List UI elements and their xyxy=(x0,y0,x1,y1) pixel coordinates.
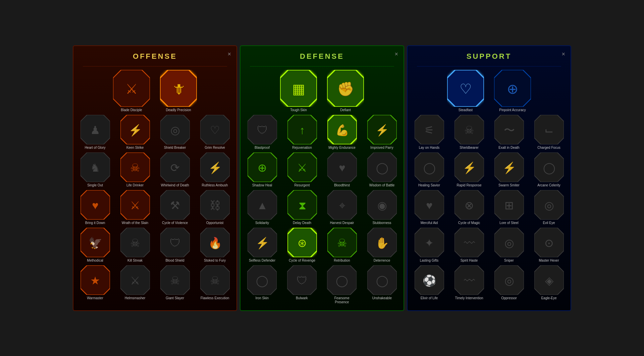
skill-icon[interactable]: ☠ xyxy=(120,152,150,182)
close-button[interactable]: × xyxy=(561,51,565,58)
skill-icon[interactable]: ☠ xyxy=(120,228,150,257)
skill-item[interactable]: 💪 Mighty Endurance xyxy=(327,115,357,150)
skill-item[interactable]: ⚡ Rapid Response xyxy=(454,152,484,187)
skill-icon[interactable]: ♟ xyxy=(80,115,110,144)
skill-icon[interactable]: ⚒ xyxy=(160,190,190,220)
skill-item[interactable]: ⚒ Cycle of Violence xyxy=(160,190,190,225)
close-button[interactable]: × xyxy=(227,51,231,58)
skill-icon[interactable]: ⚡ xyxy=(454,152,484,182)
skill-icon[interactable]: ⚡ xyxy=(120,115,150,144)
skill-icon[interactable]: ◯ xyxy=(534,152,564,182)
skill-icon[interactable]: 〰 xyxy=(454,228,484,257)
skill-icon[interactable]: ⚡ xyxy=(200,152,230,182)
skill-icon[interactable]: ◈ xyxy=(534,265,564,295)
skill-icon[interactable]: ◯ xyxy=(415,152,444,182)
skill-icon[interactable]: ⌖ xyxy=(327,190,357,220)
skill-icon[interactable]: ◯ xyxy=(327,265,357,295)
skill-icon[interactable]: 🔥 xyxy=(200,228,230,257)
skill-icon[interactable]: ✋ xyxy=(367,228,397,257)
skill-icon[interactable]: ⟳ xyxy=(160,152,190,182)
skill-icon[interactable]: ◯ xyxy=(247,265,277,295)
skill-icon[interactable]: ⚟ xyxy=(415,115,444,144)
skill-icon[interactable]: ☠ xyxy=(327,228,357,257)
skill-item[interactable]: ◎ Oppressor xyxy=(494,265,524,300)
skill-icon[interactable]: ⚡ xyxy=(494,152,524,182)
skill-item[interactable]: ⌖ Harvest Despair xyxy=(327,190,357,225)
skill-icon[interactable]: ⊗ xyxy=(454,190,484,220)
skill-icon[interactable]: ⚔ xyxy=(120,190,150,220)
skill-item[interactable]: ◯ Unshakeable xyxy=(367,265,397,304)
skill-item[interactable]: ☠ Life Drinker xyxy=(120,152,150,187)
skill-item[interactable]: 〜 Exalt in Death xyxy=(494,115,524,150)
skill-item[interactable]: ♡ Steadfast xyxy=(447,70,484,112)
skill-item[interactable]: ⚔ Wrath of the Slain xyxy=(120,190,150,225)
skill-item[interactable]: ◯ Fearsome Presence xyxy=(327,265,357,304)
skill-icon[interactable]: ⚔ xyxy=(113,70,150,107)
skill-item[interactable]: ▲ Solidarity xyxy=(248,190,277,225)
skill-icon[interactable]: ◎ xyxy=(494,265,524,295)
skill-item[interactable]: ☠ Giant Slayer xyxy=(160,265,190,300)
skill-item[interactable]: ⚔ Resurgent xyxy=(287,152,317,187)
skill-icon[interactable]: ⚡ xyxy=(367,115,397,144)
skill-item[interactable]: ⌙ Charged Focus xyxy=(534,115,564,150)
skill-icon[interactable]: ✊ xyxy=(327,70,364,107)
skill-item[interactable]: ✦ Lasting Gifts xyxy=(415,228,444,263)
skill-icon[interactable]: ☠ xyxy=(200,265,230,295)
skill-item[interactable]: ⚡ Keen Strike xyxy=(120,115,150,150)
skill-item[interactable]: 🔥 Stoked to Fury xyxy=(200,228,230,263)
skill-item[interactable]: ⚡ Selfless Defender xyxy=(248,228,277,263)
skill-icon[interactable]: ♡ xyxy=(447,70,484,107)
skill-item[interactable]: 🗡 Deadly Precision xyxy=(160,70,197,112)
skill-item[interactable]: 🦅 Methodical xyxy=(80,228,110,263)
skill-item[interactable]: ◯ Healing Savior xyxy=(415,152,444,187)
skill-item[interactable]: ♡ Grim Resolve xyxy=(200,115,230,150)
skill-item[interactable]: ⊕ Shadow Heal xyxy=(248,152,277,187)
skill-item[interactable]: ⛓ Opportunist xyxy=(200,190,230,225)
skill-icon[interactable]: 🦅 xyxy=(80,228,110,257)
skill-item[interactable]: ⊞ Lore of Steel xyxy=(494,190,524,225)
skill-icon[interactable]: 💪 xyxy=(327,115,357,144)
skill-icon[interactable]: 🛡 xyxy=(287,265,317,295)
skill-icon[interactable]: ◯ xyxy=(367,265,397,295)
skill-item[interactable]: 🛡 Bulwark xyxy=(287,265,317,304)
skill-item[interactable]: ◎ Sniper xyxy=(494,228,524,263)
skill-icon[interactable]: ♞ xyxy=(80,152,110,182)
skill-item[interactable]: ✊ Defiant xyxy=(327,70,364,112)
skill-item[interactable]: ⟳ Whirlwind of Death xyxy=(160,152,190,187)
skill-icon[interactable]: ⊛ xyxy=(287,228,317,257)
skill-item[interactable]: ◈ Eagle-Eye xyxy=(534,265,564,300)
skill-item[interactable]: ☠ Kill Streak xyxy=(120,228,150,263)
skill-item[interactable]: ☠ Shieldbearer xyxy=(454,115,484,150)
skill-icon[interactable]: 🛡 xyxy=(248,115,277,144)
skill-item[interactable]: ✋ Deterrence xyxy=(367,228,397,263)
skill-icon[interactable]: ▦ xyxy=(280,70,317,107)
skill-icon[interactable]: ✦ xyxy=(415,228,444,257)
skill-item[interactable]: ⊕ Pinpoint Accuracy xyxy=(494,70,531,112)
skill-icon[interactable]: ◉ xyxy=(367,190,397,220)
close-button[interactable]: × xyxy=(394,51,398,58)
skill-item[interactable]: ⚡ Ruthless Ambush xyxy=(200,152,230,187)
skill-item[interactable]: 〰 Timely Intervention xyxy=(454,265,484,300)
skill-icon[interactable]: ⚔ xyxy=(287,152,317,182)
skill-item[interactable]: ☠ Flawless Execution xyxy=(200,265,230,300)
skill-item[interactable]: ◯ Iron Skin xyxy=(247,265,277,304)
skill-icon[interactable]: ◎ xyxy=(494,228,524,257)
skill-item[interactable]: ⧗ Delay Death xyxy=(287,190,317,225)
skill-item[interactable]: ♥ Bloodthirst xyxy=(327,152,357,187)
skill-icon[interactable]: ⌙ xyxy=(534,115,564,144)
skill-icon[interactable]: ◯ xyxy=(367,152,397,182)
skill-icon[interactable]: ⧗ xyxy=(287,190,317,220)
skill-item[interactable]: ★ Warmaster xyxy=(80,265,110,300)
skill-icon[interactable]: ♥ xyxy=(415,190,444,220)
skill-icon[interactable]: 〜 xyxy=(494,115,524,144)
skill-icon[interactable]: ♥ xyxy=(327,152,357,182)
skill-icon[interactable]: 🛡 xyxy=(160,228,190,257)
skill-item[interactable]: ⊛ Cycle of Revenge xyxy=(287,228,317,263)
skill-item[interactable]: ⚽ Elixir of Life xyxy=(415,265,444,300)
skill-icon[interactable]: ◎ xyxy=(534,190,564,220)
skill-item[interactable]: ☠ Retribution xyxy=(327,228,357,263)
skill-icon[interactable]: ⚔ xyxy=(120,265,150,295)
skill-icon[interactable]: ⊕ xyxy=(248,152,277,182)
skill-icon[interactable]: ♥ xyxy=(80,190,110,220)
skill-item[interactable]: 🛡 Blood Shield xyxy=(160,228,190,263)
